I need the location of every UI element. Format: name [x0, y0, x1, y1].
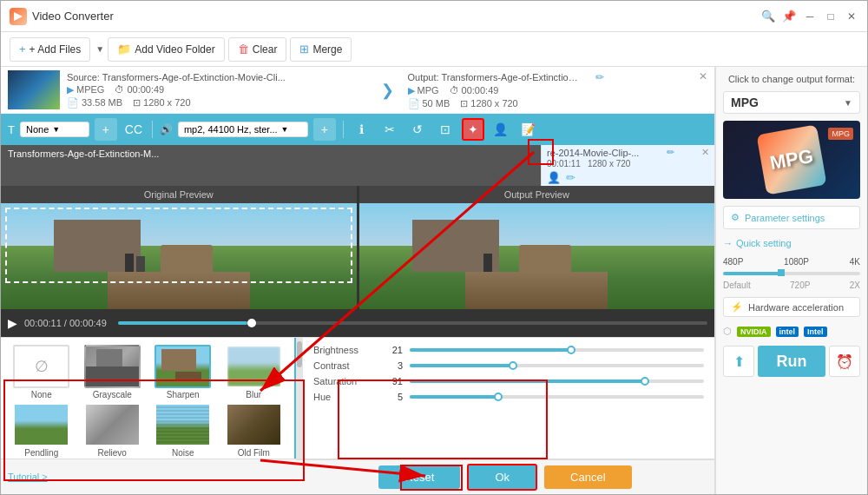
filter-grayscale[interactable]: Grayscale: [79, 345, 147, 399]
format-select-dropdown[interactable]: MPG ▼: [723, 91, 860, 114]
mpeg-icon: ▶: [67, 84, 74, 96]
source-meta2: 📄 33.58 MB ⊡ 1280 x 720: [67, 97, 367, 109]
filter-thumb-blur: [226, 345, 282, 388]
pin-icon[interactable]: 📌: [782, 10, 796, 23]
output-duration: ⏱ 00:00:49: [450, 85, 499, 96]
quality-thumb: [778, 269, 785, 276]
quality-4k: 4K: [850, 257, 860, 267]
chip-badges-row: ⬡ NVIDIA intel Intel: [723, 324, 860, 339]
filter-oldfilm[interactable]: Old Film: [220, 403, 288, 458]
res-icon: ⊡: [133, 97, 141, 109]
crop-icon[interactable]: ⊡: [434, 118, 457, 141]
tutorial-link[interactable]: Tutorial >: [1, 466, 296, 487]
file-row-2-edit[interactable]: ✏: [667, 147, 674, 158]
rotate-icon[interactable]: ↺: [406, 118, 429, 141]
folder-icon: 📁: [117, 43, 131, 56]
original-preview-label: Original Preview: [1, 186, 357, 203]
brightness-thumb: [567, 346, 575, 354]
progress-bar[interactable]: [118, 321, 707, 325]
file-name-row: Transformers-Age-of-Extinction-M... re-2…: [1, 145, 714, 186]
mpg-format-icon: ▶: [408, 85, 415, 96]
add-video-folder-button[interactable]: 📁 Add Video Folder: [108, 37, 225, 62]
time-display: 00:00:11 / 00:00:49: [24, 318, 111, 328]
file-row-2-meta: 00:01:11 1280 x 720: [547, 159, 709, 168]
source-path-row: Source: Transformers-Age-of-Extinction-M…: [67, 72, 367, 82]
filter-noise[interactable]: Noise: [149, 403, 217, 458]
filter-thumb-none: ∅: [13, 345, 69, 388]
subtitle-select[interactable]: None ▼: [20, 122, 89, 137]
filter-relievo-label: Relievo: [98, 448, 127, 458]
saturation-thumb: [641, 377, 649, 386]
progress-fill: [118, 321, 247, 325]
filter-panel: ∅ None Grayscale: [1, 337, 714, 459]
filter-thumb-relievo: [84, 403, 141, 446]
filter-pendling[interactable]: Pendling: [8, 403, 76, 458]
filter-blur[interactable]: Blur: [220, 345, 288, 399]
clear-label: Clear: [253, 43, 278, 56]
output-scene-truck: [519, 245, 571, 275]
adjustments-panel: Brightness 21 Contrast 3: [303, 338, 714, 459]
contrast-fill: [410, 364, 513, 367]
parameter-settings-button[interactable]: ⚙ Parameter settings: [723, 206, 860, 229]
effects-icon[interactable]: ✦: [462, 118, 484, 141]
hardware-acceleration-row[interactable]: ⚡ Hardware acceleration: [723, 297, 860, 317]
close-button[interactable]: ✕: [845, 10, 858, 23]
alarm-icon-button[interactable]: ⏰: [829, 346, 860, 377]
saturation-slider[interactable]: [410, 380, 704, 383]
minimize-button[interactable]: ─: [803, 10, 817, 23]
mpg-disc-icon: MPG: [756, 124, 826, 195]
cut-icon[interactable]: ✂: [378, 118, 401, 141]
window-title: Video Converter: [32, 10, 114, 23]
quality-480p: 480P: [723, 257, 743, 267]
maximize-button[interactable]: □: [824, 10, 838, 23]
add-files-dropdown[interactable]: ▼: [95, 44, 104, 54]
brightness-slider[interactable]: [410, 348, 704, 352]
subtitle-edit-icon[interactable]: 📝: [517, 118, 540, 141]
contrast-thumb: [509, 361, 517, 370]
window-controls: 🔍 📌 ─ □ ✕: [761, 10, 858, 23]
filter-sharpen[interactable]: Sharpen: [149, 345, 217, 399]
output-edit-button[interactable]: ✏: [595, 71, 604, 83]
filter-none-label: None: [31, 390, 52, 399]
add-audio-button[interactable]: +: [313, 118, 336, 141]
cc-icon[interactable]: CC: [122, 118, 145, 141]
hue-slider[interactable]: [410, 395, 704, 399]
filter-noise-label: Noise: [172, 448, 194, 458]
add-subtitle-button[interactable]: +: [95, 118, 117, 141]
info-icon[interactable]: ℹ: [351, 118, 373, 141]
file-row-2-close[interactable]: ✕: [701, 147, 709, 158]
file-row-2-resolution: 1280 x 720: [588, 159, 631, 168]
export-icon-button[interactable]: ⬆: [723, 346, 754, 377]
audio-track-select[interactable]: mp2, 44100 Hz, ster... ▼: [178, 122, 308, 137]
original-preview-video: [1, 203, 357, 309]
file-row-2-edit-icon[interactable]: ✏: [566, 171, 575, 184]
brightness-fill: [410, 348, 571, 352]
intel-badge-1: intel: [776, 327, 799, 337]
quality-bar: 480P 1080P 4K Default 720P 2X: [723, 257, 860, 290]
watermark-icon[interactable]: 👤: [490, 118, 512, 141]
quality-slider[interactable]: [723, 272, 860, 275]
ok-button[interactable]: Ok: [467, 464, 537, 491]
close-row-1-button[interactable]: ✕: [699, 70, 707, 82]
cancel-button[interactable]: Cancel: [544, 465, 631, 489]
title-bar-left: Video Converter: [10, 8, 114, 25]
intel-badge-2: Intel: [804, 327, 827, 337]
quality-2x: 2X: [850, 280, 860, 290]
add-files-button[interactable]: + + Add Files: [10, 37, 90, 62]
filter-none[interactable]: ∅ None: [8, 345, 76, 399]
left-panel: Source: Transformers-Age-of-Extinction-M…: [1, 67, 715, 494]
contrast-slider[interactable]: [410, 364, 704, 367]
reset-button[interactable]: Reset: [378, 465, 460, 489]
filter-relievo[interactable]: Relievo: [79, 403, 147, 458]
merge-button[interactable]: ⊞ Merge: [290, 37, 352, 62]
file-icon: 📄: [67, 97, 79, 109]
output-preview-video: [359, 203, 715, 309]
clear-button[interactable]: 🗑 Clear: [228, 37, 287, 62]
file-row-2-person-icon[interactable]: 👤: [547, 171, 561, 184]
filter-scrollbar[interactable]: [296, 338, 303, 459]
run-button[interactable]: Run: [758, 346, 825, 377]
search-icon[interactable]: 🔍: [761, 10, 775, 23]
progress-thumb: [247, 319, 256, 327]
output-resolution: ⊡ 1280 x 720: [460, 98, 517, 109]
play-button[interactable]: ▶: [8, 316, 17, 330]
